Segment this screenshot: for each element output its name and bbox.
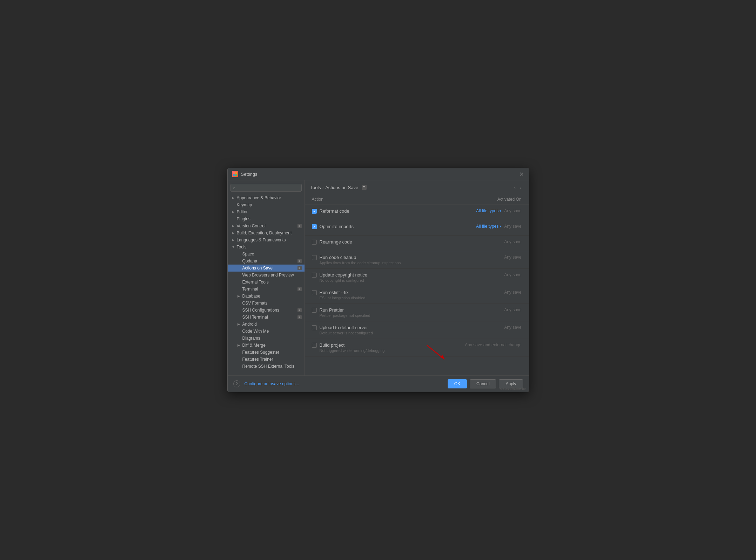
- sidebar-item-features-trainer[interactable]: Features Trainer: [228, 356, 305, 363]
- activated-upload: Any save: [504, 325, 521, 330]
- nav-label-features-suggester: Features Suggester: [242, 350, 279, 355]
- svg-rect-0: [233, 172, 235, 174]
- sidebar-item-version-control[interactable]: ▶Version Control≡: [228, 222, 305, 229]
- action-left-reformat: Reformat code: [312, 208, 451, 214]
- nav-label-web-browsers: Web Browsers and Preview: [242, 273, 294, 278]
- checkbox-optimize[interactable]: [312, 224, 317, 229]
- badge-terminal: ≡: [297, 287, 302, 291]
- search-input[interactable]: [237, 185, 299, 190]
- checkbox-eslint[interactable]: [312, 290, 317, 295]
- sidebar-item-csv-formats[interactable]: CSV Formats: [228, 300, 305, 307]
- action-sub-prettier: Prettier package not specified: [320, 313, 370, 318]
- checkbox-cleanup[interactable]: [312, 255, 317, 260]
- nav-label-build-execution: Build, Execution, Deployment: [237, 231, 292, 235]
- breadcrumb: Tools › Actions on Save: [310, 185, 367, 190]
- sidebar-item-database[interactable]: ▶Database: [228, 293, 305, 300]
- checkbox-prettier[interactable]: [312, 308, 317, 313]
- back-button[interactable]: ‹: [513, 184, 517, 191]
- sidebar-item-ssh-configurations[interactable]: SSH Configurations≡: [228, 307, 305, 314]
- badge-ssh-terminal: ≡: [297, 315, 302, 319]
- sidebar-item-remote-ssh[interactable]: Remote SSH External Tools: [228, 363, 305, 370]
- sidebar-item-android[interactable]: ▶Android: [228, 321, 305, 328]
- sidebar-item-features-suggester[interactable]: Features Suggester: [228, 349, 305, 356]
- app-icon: [232, 171, 238, 177]
- breadcrumb-separator: ›: [322, 185, 324, 190]
- sidebar-item-web-browsers[interactable]: Web Browsers and Preview: [228, 272, 305, 279]
- action-info-prettier: Run PrettierPrettier package not specifi…: [320, 307, 370, 318]
- action-name-build: Build project: [320, 342, 385, 348]
- footer-left: ? Configure autosave options...: [233, 380, 299, 387]
- action-left-copyright: Update copyright noticeNo copyright is c…: [312, 272, 451, 282]
- forward-button[interactable]: ›: [519, 184, 523, 191]
- sidebar-item-actions-on-save[interactable]: Actions on Save≡: [228, 265, 305, 272]
- action-name-rearrange: Rearrange code: [320, 239, 352, 245]
- svg-rect-5: [363, 187, 365, 187]
- action-row-reformat: Reformat codeAll file types ▾Any save: [305, 205, 529, 220]
- sidebar-item-diff-merge[interactable]: ▶Diff & Merge: [228, 342, 305, 349]
- cancel-button[interactable]: Cancel: [470, 379, 496, 388]
- watermark: CSDN @ittimeline: [500, 387, 526, 391]
- action-info-optimize: Optimize imports: [320, 224, 354, 229]
- checkbox-rearrange[interactable]: [312, 240, 317, 245]
- close-button[interactable]: ✕: [519, 171, 524, 177]
- content-area: Reformat codeAll file types ▾Any saveOpt…: [305, 205, 529, 375]
- sidebar-item-code-with-me[interactable]: Code With Me: [228, 328, 305, 335]
- sidebar-item-terminal[interactable]: Terminal≡: [228, 286, 305, 293]
- action-right-reformat: All file types ▾Any save: [451, 208, 522, 213]
- ok-button[interactable]: OK: [448, 379, 467, 388]
- checkbox-reformat[interactable]: [312, 209, 317, 214]
- action-right-copyright: Any save: [451, 272, 522, 277]
- filetypes-btn-optimize[interactable]: All file types ▾: [476, 224, 501, 229]
- search-box[interactable]: ⌕: [230, 184, 302, 192]
- action-left-build: Build projectNot triggered while running…: [312, 342, 451, 353]
- sidebar-item-tools[interactable]: ▼Tools: [228, 244, 305, 251]
- action-left-prettier: Run PrettierPrettier package not specifi…: [312, 307, 451, 318]
- action-sub-cleanup: Applies fixes from the code cleanup insp…: [320, 261, 401, 265]
- filetypes-btn-reformat[interactable]: All file types ▾: [476, 208, 501, 213]
- nav-arrow-version-control: ▶: [232, 224, 235, 228]
- action-row-build: Build projectNot triggered while running…: [305, 339, 529, 356]
- sidebar-item-editor[interactable]: ▶Editor: [228, 208, 305, 215]
- action-row-rearrange: Rearrange codeAny save: [305, 236, 529, 251]
- action-info-rearrange: Rearrange code: [320, 239, 352, 245]
- sidebar-item-appearance[interactable]: ▶Appearance & Behavior: [228, 194, 305, 201]
- checkbox-upload[interactable]: [312, 325, 317, 330]
- sidebar-item-build-execution[interactable]: ▶Build, Execution, Deployment: [228, 229, 305, 236]
- activated-build: Any save and external change: [465, 342, 521, 348]
- nav-label-tools: Tools: [237, 245, 247, 249]
- nav-container: ▶Appearance & BehaviorKeymap▶EditorPlugi…: [228, 194, 305, 370]
- nav-label-actions-on-save: Actions on Save: [242, 266, 273, 271]
- action-row-copyright: Update copyright noticeNo copyright is c…: [305, 269, 529, 286]
- action-row-upload: Upload to default serverDefault server i…: [305, 321, 529, 339]
- sidebar-item-external-tools[interactable]: External Tools: [228, 279, 305, 286]
- autosave-link[interactable]: Configure autosave options...: [245, 381, 299, 386]
- sidebar-item-diagrams[interactable]: Diagrams: [228, 335, 305, 342]
- sidebar-item-keymap[interactable]: Keymap: [228, 201, 305, 208]
- sidebar-item-languages[interactable]: ▶Languages & Frameworks: [228, 236, 305, 244]
- actions-container: Reformat codeAll file types ▾Any saveOpt…: [305, 205, 529, 356]
- action-info-build: Build projectNot triggered while running…: [320, 342, 385, 353]
- activated-eslint: Any save: [504, 290, 521, 295]
- action-name-prettier: Run Prettier: [320, 307, 370, 313]
- svg-rect-1: [235, 172, 237, 174]
- sidebar-item-plugins[interactable]: Plugins: [228, 215, 305, 222]
- dialog-title: Settings: [241, 172, 257, 177]
- sidebar-item-space[interactable]: Space: [228, 251, 305, 258]
- action-sub-build: Not triggered while running/debugging: [320, 348, 385, 353]
- settings-icon[interactable]: [362, 185, 367, 190]
- nav-label-ssh-configurations: SSH Configurations: [242, 308, 279, 313]
- svg-rect-6: [363, 188, 365, 188]
- checkbox-copyright[interactable]: [312, 273, 317, 278]
- action-name-eslint: Run eslint --fix: [320, 290, 366, 295]
- action-name-reformat: Reformat code: [320, 208, 349, 214]
- action-info-upload: Upload to default serverDefault server i…: [320, 325, 373, 335]
- nav-label-plugins: Plugins: [237, 216, 250, 221]
- nav-arrow-build-execution: ▶: [232, 231, 235, 235]
- nav-arrow-languages: ▶: [232, 238, 235, 242]
- sidebar-item-qodana[interactable]: Qodana≡: [228, 258, 305, 265]
- activated-reformat: Any save: [504, 208, 521, 213]
- checkbox-build[interactable]: [312, 343, 317, 348]
- help-button[interactable]: ?: [233, 380, 240, 387]
- sidebar-item-ssh-terminal[interactable]: SSH Terminal≡: [228, 314, 305, 321]
- nav-label-qodana: Qodana: [242, 259, 257, 264]
